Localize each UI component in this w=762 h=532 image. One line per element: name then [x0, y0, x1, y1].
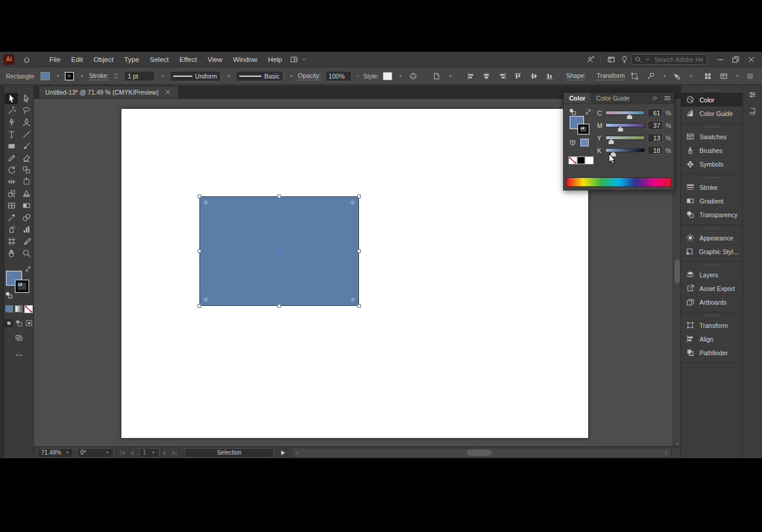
opacity-options-icon[interactable]: ›	[357, 73, 359, 79]
app-grid-icon[interactable]	[702, 70, 714, 82]
opacity-link[interactable]: Opacity:	[298, 72, 321, 80]
pen-tool[interactable]	[5, 117, 18, 128]
menu-effect[interactable]: Effect	[174, 54, 202, 65]
stroke-weight-field[interactable]: 1 pt	[124, 71, 154, 82]
chevron-down-icon[interactable]	[55, 73, 61, 79]
align-left-icon[interactable]	[465, 70, 477, 82]
gradient-tool[interactable]	[20, 200, 33, 211]
chevron-down-icon[interactable]	[79, 73, 85, 79]
dock-item-transparency[interactable]: Transparency	[681, 208, 742, 221]
chevron-down-icon[interactable]	[301, 54, 308, 65]
type-tool[interactable]	[5, 129, 18, 140]
color-spectrum-bar[interactable]	[566, 177, 672, 187]
gpu-performance-icon[interactable]	[605, 54, 618, 65]
m-slider[interactable]	[605, 123, 645, 127]
align-center-icon[interactable]	[480, 70, 492, 82]
next-artboard-icon[interactable]	[161, 449, 169, 457]
selection-handle-s[interactable]	[277, 304, 281, 308]
stroke-panel-link[interactable]: Stroke:	[89, 72, 108, 80]
selection-handle-se[interactable]	[357, 304, 361, 308]
collapse-panel-icon[interactable]	[648, 93, 661, 104]
color-mode-button[interactable]	[5, 305, 13, 312]
stroke-weight-stepper[interactable]	[113, 70, 120, 82]
dock-item-gradient[interactable]: Gradient	[681, 194, 742, 208]
curvature-tool[interactable]	[20, 117, 33, 128]
previous-artboard-icon[interactable]	[128, 449, 136, 457]
width-profile-dropdown[interactable]: Uniform	[170, 71, 221, 82]
menu-help[interactable]: Help	[263, 54, 288, 65]
selection-handle-w[interactable]	[198, 249, 201, 253]
scroll-right-icon[interactable]: ›	[662, 450, 670, 456]
dock-item-color[interactable]: Color	[681, 93, 742, 107]
shaper-tool[interactable]	[5, 152, 18, 164]
slice-tool[interactable]	[20, 236, 33, 247]
default-colors-icon[interactable]	[569, 108, 577, 116]
selected-rectangle[interactable]	[199, 196, 359, 306]
style-swatch[interactable]	[383, 72, 392, 80]
libraries-panel-icon[interactable]	[748, 107, 757, 115]
live-corner-widget-sw[interactable]	[204, 298, 208, 302]
scale-tool[interactable]	[20, 164, 33, 176]
selection-handle-e[interactable]	[357, 249, 361, 253]
opacity-field[interactable]: 100%	[325, 71, 352, 82]
menu-file[interactable]: File	[44, 54, 66, 65]
menu-select[interactable]: Select	[145, 54, 174, 65]
rotation-dropdown[interactable]: 0°	[77, 448, 114, 458]
status-play-icon[interactable]	[279, 449, 287, 457]
dock-item-graphic-styl[interactable]: Graphic Styl...	[681, 245, 742, 258]
selection-handle-sw[interactable]	[198, 304, 201, 308]
menu-object[interactable]: Object	[88, 54, 118, 65]
recolor-artwork-icon[interactable]	[407, 70, 419, 82]
eraser-tool[interactable]	[20, 152, 33, 164]
none-mode-button[interactable]	[24, 305, 33, 313]
live-corner-widget-se[interactable]	[351, 298, 355, 302]
selection-handle-n[interactable]	[277, 195, 281, 198]
close-tab-icon[interactable]	[164, 88, 172, 96]
transform-link[interactable]: Transform	[597, 72, 624, 80]
chevron-down-icon[interactable]	[289, 73, 294, 79]
gradient-mode-button[interactable]	[15, 305, 23, 312]
search-box[interactable]	[631, 54, 707, 65]
black-swatch[interactable]	[577, 157, 585, 164]
share-document-icon[interactable]	[584, 54, 597, 65]
panel-resize-grip[interactable]	[612, 189, 626, 190]
menu-view[interactable]: View	[202, 54, 228, 65]
mesh-tool[interactable]	[5, 200, 18, 211]
menu-edit[interactable]: Edit	[66, 54, 89, 65]
dock-item-asset-export[interactable]: Asset Export	[681, 281, 742, 295]
bounding-box-icon[interactable]	[629, 70, 641, 82]
hand-tool[interactable]	[5, 248, 18, 259]
horizontal-scrollbar-thumb[interactable]	[467, 450, 492, 456]
width-tool[interactable]	[5, 176, 18, 187]
c-slider[interactable]	[605, 111, 645, 115]
stroke-proxy-swatch[interactable]	[578, 124, 589, 134]
chevron-down-icon[interactable]	[448, 73, 453, 79]
selection-handle-ne[interactable]	[357, 195, 361, 198]
draw-inside-icon[interactable]	[24, 319, 33, 327]
live-corner-widget-ne[interactable]	[351, 201, 355, 205]
align-top-icon[interactable]	[512, 70, 524, 82]
object-center-point[interactable]	[278, 250, 281, 253]
dock-item-appearance[interactable]: Appearance	[681, 231, 742, 245]
out-of-gamut-icon[interactable]	[569, 139, 577, 147]
slider-thumb[interactable]	[627, 114, 632, 119]
shape-link[interactable]: Shape:	[566, 72, 586, 80]
rotate-tool[interactable]	[5, 164, 18, 176]
dock-item-symbols[interactable]: Symbols	[681, 157, 742, 171]
lightbulb-icon[interactable]	[618, 54, 631, 65]
c-value-field[interactable]: 61	[648, 108, 663, 117]
dock-item-brushes[interactable]: Brushes	[681, 143, 742, 157]
scroll-down-icon[interactable]: ⌄	[673, 439, 680, 446]
align-middle-icon[interactable]	[528, 70, 540, 82]
minimize-button[interactable]	[713, 54, 727, 65]
panel-group-grip[interactable]	[705, 177, 719, 179]
restore-button[interactable]	[729, 54, 743, 65]
workspace-layout-icon[interactable]	[288, 54, 301, 65]
artboard-number-dropdown[interactable]: 1	[139, 448, 160, 458]
panel-group-grip[interactable]	[705, 264, 719, 266]
draw-normal-icon[interactable]	[4, 319, 13, 327]
stroke-proxy-swatch[interactable]	[15, 280, 29, 292]
k-value-field[interactable]: 18	[648, 146, 663, 155]
y-value-field[interactable]: 13	[648, 133, 663, 142]
y-slider[interactable]	[605, 136, 645, 140]
